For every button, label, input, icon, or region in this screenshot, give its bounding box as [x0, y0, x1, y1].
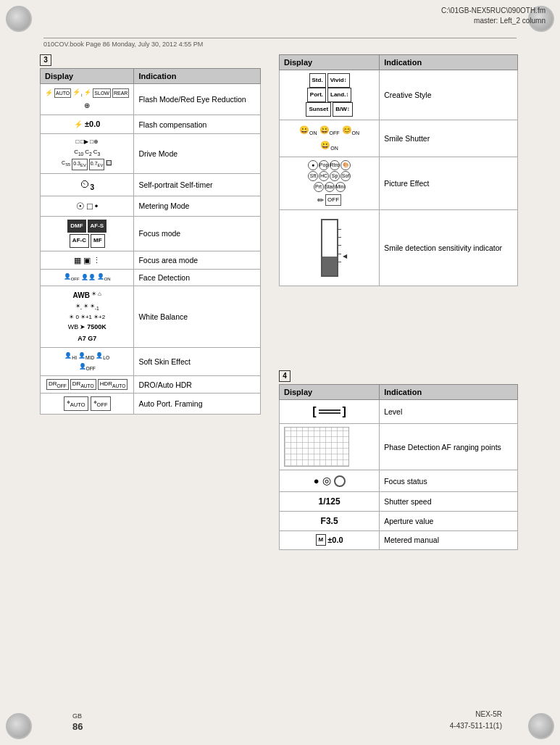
table-row: ⚡ AUTO ⚡↕ ⚡ SLOW REAR ⊕ F	[41, 84, 261, 115]
focus-mode-indication: Focus mode	[134, 217, 261, 251]
creative-style-indication: Creative Style	[380, 70, 518, 120]
table-row: AWB ☀ ⌂ ☀- ☀ ☀-1 ☀ 0 ☀+1	[41, 286, 261, 347]
part-number: 4-437-511-11(1)	[450, 720, 502, 732]
file-path: C:\01GB-NEX5RUC\090OTH.fm	[441, 6, 546, 16]
metered-manual-indication: Metered manual	[380, 531, 518, 550]
table-row: Std. Vivid↕ Port. Land.↕ Sunset B/W↕	[280, 70, 518, 120]
col-display-header-4: Display	[280, 385, 380, 400]
gb-label: GB	[72, 712, 83, 720]
table-row: DMF AF-S AF-C MF Focus mode	[41, 217, 261, 251]
flash-comp-cell: ⚡ ±0.0	[41, 115, 134, 134]
auto-port-cell: ⌖AUTO ⌖OFF	[41, 394, 134, 414]
metering-mode-indication: Metering Mode	[134, 196, 261, 217]
col-indication-header-left: Indication	[134, 69, 261, 84]
focus-area-cell: ▦▣⋮	[41, 251, 134, 270]
shutter-speed-indication: Shutter speed	[380, 492, 518, 512]
section3-number: 3	[40, 54, 51, 66]
smile-sensitivity-cell: ◀	[280, 210, 380, 286]
right-section-3: Display Indication Std. Vivid↕ P	[279, 54, 518, 286]
table-row: [ ] Level	[280, 400, 518, 424]
table-row: 😀ON 😀OFF 😊ON 😀ON Smile Shutter	[280, 120, 518, 157]
table-row: ▦▣⋮ Focus area mode	[41, 251, 261, 270]
flash-mode-cell: ⚡ AUTO ⚡↕ ⚡ SLOW REAR ⊕	[41, 84, 134, 115]
table-row: 👤HI 👤MID 👤LO 👤OFF Soft Skin Effect	[41, 348, 261, 376]
table-row: ⏲3 Self-portrait Self-timer	[41, 173, 261, 196]
dro-hdr-cell: DROFF DRAUTO HDRAUTO	[41, 375, 134, 394]
left-section: 3 Display Indication ⚡ AUTO ⚡↕	[40, 54, 261, 415]
table-row: ◀ Smile detection sensitivity indicator	[280, 210, 518, 286]
table-row: ● ◎ Focus status	[280, 470, 518, 492]
aperture-indication: Aperture value	[380, 512, 518, 531]
aperture-cell: F3.5	[280, 512, 380, 531]
section4-number: 4	[279, 370, 291, 382]
aperture-value: F3.5	[321, 516, 338, 526]
table-row: ☉□• Metering Mode	[41, 196, 261, 217]
focus-status-cell: ● ◎	[280, 470, 380, 492]
creative-style-cell: Std. Vivid↕ Port. Land.↕ Sunset B/W↕	[280, 70, 380, 120]
metering-mode-cell: ☉□•	[41, 196, 134, 217]
auto-port-indication: Auto Port. Framing	[134, 394, 261, 414]
white-balance-cell: AWB ☀ ⌂ ☀- ☀ ☀-1 ☀ 0 ☀+1	[41, 286, 134, 347]
level-cell: [ ]	[280, 400, 380, 424]
metered-manual-cell: M ±0.0	[280, 531, 380, 550]
focus-status-indication: Focus status	[380, 470, 518, 492]
table-row: ⚡ ±0.0 Flash compensation	[41, 115, 261, 134]
header: C:\01GB-NEX5RUC\090OTH.fm master: Left_2…	[441, 6, 546, 26]
table-row: DROFF DRAUTO HDRAUTO DRO/Auto HDR	[41, 375, 261, 394]
dro-hdr-indication: DRO/Auto HDR	[134, 375, 261, 394]
white-balance-indication: White Balance	[134, 286, 261, 347]
shutter-speed-value: 1/125	[319, 496, 340, 507]
drive-mode-indication: Drive Mode	[134, 133, 261, 173]
face-detection-indication: Face Detection	[134, 270, 261, 286]
picture-effect-cell: ● Pop Rtro 🎨 Sft HC Sp Sof	[280, 157, 380, 210]
col-indication-header-right3: Indication	[380, 55, 518, 70]
drive-mode-cell: □□▶□⊕ C10C2C3 CS5 0.3EV 0.7EV 🔲	[41, 133, 134, 173]
focus-mode-cell: DMF AF-S AF-C MF	[41, 217, 134, 251]
table-row: □□▶□⊕ C10C2C3 CS5 0.3EV 0.7EV 🔲	[41, 133, 261, 173]
smile-shutter-indication: Smile Shutter	[380, 120, 518, 157]
col-display-header-right3: Display	[280, 55, 380, 70]
corner-decoration-tl	[6, 6, 32, 32]
table-row: Phase Detection AF ranging points	[280, 424, 518, 470]
flash-mode-indication: Flash Mode/Red Eye Reduction	[134, 84, 261, 115]
phase-detection-indication: Phase Detection AF ranging points	[380, 424, 518, 470]
table-row: 1/125 Shutter speed	[280, 492, 518, 512]
table-row: ⌖AUTO ⌖OFF Auto Port. Framing	[41, 394, 261, 414]
picture-effect-indication: Picture Effect	[380, 157, 518, 210]
level-indication: Level	[380, 400, 518, 424]
phase-detection-cell	[280, 424, 380, 470]
main-content: 3 Display Indication ⚡ AUTO ⚡↕	[40, 54, 531, 694]
table-row: ● Pop Rtro 🎨 Sft HC Sp Sof	[280, 157, 518, 210]
product-name: NEX-5R	[450, 709, 502, 720]
master-label: master: Left_2 column	[441, 16, 546, 26]
page-number: 86	[72, 721, 83, 732]
corner-decoration-br	[528, 713, 554, 739]
table-row: M ±0.0 Metered manual	[280, 531, 518, 550]
self-timer-indication: Self-portrait Self-timer	[134, 173, 261, 196]
self-timer-cell: ⏲3	[41, 173, 134, 196]
section4: 4 Display Indication [	[279, 366, 518, 550]
section3-right-table: Display Indication Std. Vivid↕ P	[279, 54, 518, 286]
col-indication-header-4: Indication	[380, 385, 518, 400]
table-row: 👤OFF 👤👤 👤ON Face Detection	[41, 270, 261, 286]
soft-skin-indication: Soft Skin Effect	[134, 348, 261, 376]
section4-table: Display Indication [ ]	[279, 384, 518, 550]
soft-skin-cell: 👤HI 👤MID 👤LO 👤OFF	[41, 348, 134, 376]
section3-left-table: Display Indication ⚡ AUTO ⚡↕ ⚡	[40, 68, 261, 415]
table-row: F3.5 Aperture value	[280, 512, 518, 531]
face-detection-cell: 👤OFF 👤👤 👤ON	[41, 270, 134, 286]
shutter-speed-cell: 1/125	[280, 492, 380, 512]
flash-comp-indication: Flash compensation	[134, 115, 261, 134]
footer-right: NEX-5R 4-437-511-11(1)	[450, 709, 502, 732]
col-display-header-left: Display	[41, 69, 134, 84]
smile-sensitivity-indication: Smile detection sensitivity indicator	[380, 210, 518, 286]
bookfile-line: 010COV.book Page 86 Monday, July 30, 201…	[43, 38, 517, 48]
smile-shutter-cell: 😀ON 😀OFF 😊ON 😀ON	[280, 120, 380, 157]
focus-area-indication: Focus area mode	[134, 251, 261, 270]
corner-decoration-bl	[6, 713, 32, 739]
footer-left: GB 86	[72, 712, 83, 732]
